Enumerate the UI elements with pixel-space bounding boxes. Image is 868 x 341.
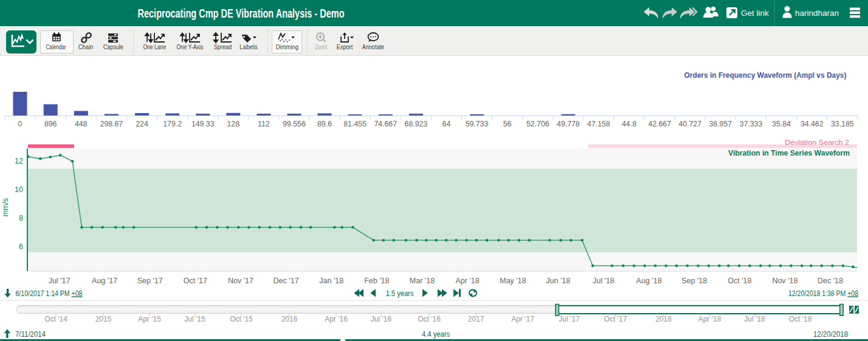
svg-text:Apr '16: Apr '16 (325, 315, 348, 323)
svg-text:56: 56 (503, 120, 512, 128)
svg-text:35.84: 35.84 (772, 120, 791, 128)
svg-text:1.5 years: 1.5 years (386, 289, 414, 298)
svg-text:May '18: May '18 (500, 277, 526, 285)
svg-text:8: 8 (19, 214, 23, 222)
svg-text:Jul '18: Jul '18 (593, 277, 615, 285)
svg-text:Dec '18: Dec '18 (818, 277, 843, 285)
svg-text:Deviation Search 2: Deviation Search 2 (785, 139, 849, 146)
svg-text:Jul '16: Jul '16 (371, 315, 392, 323)
svg-text:Sep '17: Sep '17 (137, 277, 163, 285)
svg-text:One Y-Axis: One Y-Axis (177, 44, 204, 50)
svg-text:47.158: 47.158 (587, 120, 610, 128)
svg-text:12/20/2018 1:38 PM +08: 12/20/2018 1:38 PM +08 (788, 289, 858, 298)
svg-text:896: 896 (44, 120, 57, 128)
svg-text:Jan '18: Jan '18 (319, 277, 343, 285)
svg-text:59.733: 59.733 (466, 120, 489, 128)
svg-text:Chain: Chain (78, 44, 94, 50)
svg-text:49.778: 49.778 (557, 120, 580, 128)
svg-text:64: 64 (443, 120, 451, 128)
svg-text:34.462: 34.462 (801, 120, 824, 128)
svg-text:12/20/2018: 12/20/2018 (813, 330, 848, 339)
svg-text:6: 6 (19, 243, 23, 251)
svg-text:Apr '15: Apr '15 (138, 315, 161, 323)
svg-text:7/11/2014: 7/11/2014 (15, 330, 46, 339)
svg-text:Oct '16: Oct '16 (418, 315, 441, 323)
svg-text:Oct '18: Oct '18 (789, 315, 812, 323)
svg-text:Dec '17: Dec '17 (274, 277, 299, 285)
svg-text:2018: 2018 (655, 315, 672, 323)
svg-text:224: 224 (136, 120, 148, 128)
svg-text:33.185: 33.185 (831, 120, 854, 128)
svg-text:Apr '18: Apr '18 (455, 277, 479, 285)
svg-text:mm/s: mm/s (1, 198, 10, 217)
svg-text:Zoom: Zoom (315, 44, 327, 50)
svg-text:Aug '17: Aug '17 (92, 277, 117, 285)
svg-text:52.706: 52.706 (526, 120, 549, 128)
svg-text:Export: Export (337, 44, 353, 50)
svg-text:Nov '17: Nov '17 (228, 277, 253, 285)
svg-text:harindharan: harindharan (795, 9, 839, 18)
svg-text:37.333: 37.333 (740, 120, 763, 128)
svg-text:Vibration in Time Series Wavef: Vibration in Time Series Waveform (728, 149, 850, 157)
svg-text:298.67: 298.67 (100, 120, 123, 128)
svg-text:Annotate: Annotate (362, 44, 385, 50)
svg-text:Mar '18: Mar '18 (410, 277, 435, 285)
svg-text:One Lane: One Lane (143, 44, 166, 50)
svg-text:Aug '18: Aug '18 (636, 277, 662, 285)
svg-text:Jul '15: Jul '15 (184, 315, 205, 323)
svg-text:40.727: 40.727 (678, 120, 701, 128)
svg-text:Get link: Get link (741, 9, 769, 18)
svg-text:Sep '18: Sep '18 (681, 277, 707, 285)
svg-text:99.556: 99.556 (283, 120, 306, 128)
svg-text:Jun '18: Jun '18 (546, 277, 570, 285)
svg-text:Oct '17: Oct '17 (604, 315, 627, 323)
svg-text:Oct '17: Oct '17 (184, 277, 207, 285)
svg-text:89.6: 89.6 (317, 120, 332, 128)
svg-text:112: 112 (258, 120, 270, 128)
svg-text:Jul '18: Jul '18 (744, 315, 765, 323)
svg-text:179.2: 179.2 (163, 120, 182, 128)
svg-text:Apr '17: Apr '17 (511, 315, 534, 323)
svg-text:Jul '17: Jul '17 (559, 315, 580, 323)
svg-text:38.957: 38.957 (709, 120, 732, 128)
svg-text:Oct '18: Oct '18 (728, 277, 751, 285)
svg-text:Calendar: Calendar (46, 44, 67, 50)
svg-text:Feb '18: Feb '18 (364, 277, 389, 285)
svg-text:2017: 2017 (468, 315, 484, 323)
svg-text:2015: 2015 (95, 315, 112, 323)
svg-text:Oct '14: Oct '14 (44, 315, 67, 323)
svg-text:68.923: 68.923 (405, 120, 428, 128)
svg-text:Spread: Spread (214, 44, 232, 50)
svg-text:4.4 years: 4.4 years (422, 330, 450, 339)
svg-text:Labels: Labels (239, 44, 258, 50)
svg-text:42.667: 42.667 (648, 120, 671, 128)
svg-text:0: 0 (18, 120, 22, 128)
svg-text:Jul '17: Jul '17 (49, 277, 71, 285)
svg-text:Nov '18: Nov '18 (772, 277, 797, 285)
svg-text:Apr '18: Apr '18 (698, 315, 722, 323)
svg-text:Dimming: Dimming (276, 44, 298, 50)
svg-text:128: 128 (227, 120, 240, 128)
svg-text:74.667: 74.667 (374, 120, 397, 128)
svg-text:2016: 2016 (281, 315, 298, 323)
svg-text:Oct '15: Oct '15 (230, 315, 253, 323)
svg-text:149.33: 149.33 (191, 120, 215, 128)
svg-text:448: 448 (75, 120, 88, 128)
svg-text:Orders in Frequency Waveform (: Orders in Frequency Waveform (Ampl vs Da… (684, 71, 847, 80)
svg-text:Reciprocating Cmp DE Vibration: Reciprocating Cmp DE Vibration Analysis … (138, 7, 345, 20)
svg-text:81.455: 81.455 (343, 120, 367, 128)
svg-text:6/10/2017 1:14 PM +08: 6/10/2017 1:14 PM +08 (16, 289, 83, 298)
svg-text:10: 10 (15, 185, 23, 194)
svg-text:Capsule: Capsule (103, 44, 124, 50)
svg-text:44.8: 44.8 (622, 120, 636, 128)
